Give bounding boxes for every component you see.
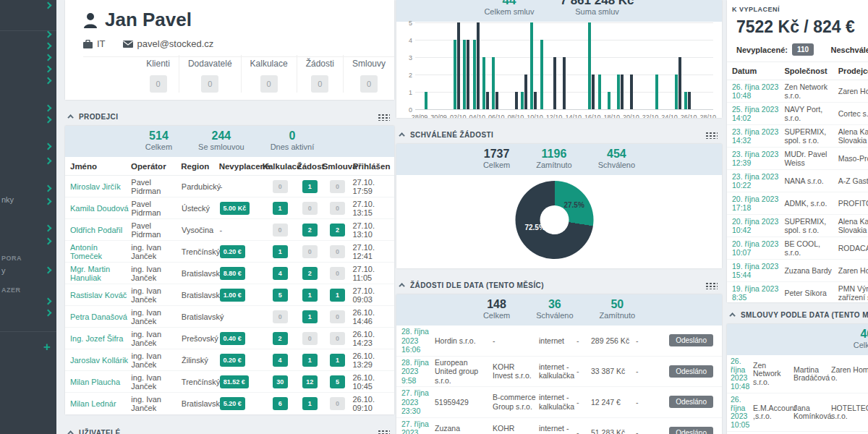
salesperson-name-link[interactable]: Oldřich Podařil bbox=[70, 226, 122, 234]
chevron-right-icon[interactable] bbox=[45, 158, 52, 165]
column-header[interactable]: Žádost bbox=[297, 162, 323, 171]
table-row[interactable]: 20. října 2023 10:42SUPERMIX, spol. s r.… bbox=[727, 215, 868, 237]
salesperson-name-link[interactable]: Kamila Doudová bbox=[70, 204, 129, 213]
date-link[interactable]: 23. října 2023 10:22 bbox=[732, 172, 778, 190]
table-row[interactable]: 19. října 2023 15:44Zuzana BardyZaren Ho… bbox=[727, 260, 868, 282]
column-header[interactable]: Datum bbox=[732, 67, 784, 75]
plus-icon[interactable]: + bbox=[43, 340, 51, 354]
table-row[interactable]: 26. října 2023 10:05E.M.Account ,s.r.o.J… bbox=[727, 393, 868, 432]
table-row[interactable]: Kamila DoudováPavel PidrmanÚstecký5.00 K… bbox=[65, 197, 394, 219]
date-link[interactable]: 27. října 2023 19:49 bbox=[401, 420, 429, 434]
column-header[interactable]: Kalkulace bbox=[263, 162, 297, 171]
chevron-right-icon[interactable] bbox=[45, 54, 52, 61]
date-link[interactable]: 23. října 2023 14:32 bbox=[732, 127, 778, 145]
chevron-right-icon[interactable] bbox=[45, 105, 52, 112]
table-row[interactable]: 26. října 2023 10:48Zen Network s.r.o.Za… bbox=[727, 80, 868, 103]
date-link[interactable]: 28. října 2023 9:58 bbox=[401, 358, 429, 385]
table-row[interactable]: 25. října 2023 14:02NAVY Port, s.r.o.Cor… bbox=[727, 103, 868, 125]
date-link[interactable]: 25. října 2023 14:02 bbox=[732, 105, 778, 122]
chevron-right-icon[interactable] bbox=[45, 198, 52, 205]
table-row[interactable]: 23. října 2023 10:22NANA s.r.o.A-Z Gastr… bbox=[727, 170, 868, 192]
table-row[interactable]: 27. října 2023 19:49Zuzana VyčichlováKOH… bbox=[396, 418, 722, 434]
salesperson-name-link[interactable]: Antonín Tomeček bbox=[70, 243, 102, 260]
salesperson-name-link[interactable]: Milan Lednár bbox=[70, 399, 116, 408]
table-row[interactable]: Mgr. Martin Hanuliaking. Ivan JančekBrat… bbox=[65, 263, 394, 284]
chevron-right-icon[interactable] bbox=[45, 66, 52, 73]
profile-tab-4[interactable]: Smlouvy0 bbox=[343, 55, 394, 93]
date-link[interactable]: 26. října 2023 10:48 bbox=[731, 357, 749, 391]
column-header[interactable]: Region bbox=[181, 162, 218, 171]
salesperson-name-link[interactable]: Milan Plaucha bbox=[70, 378, 120, 386]
column-header[interactable]: Prodejce bbox=[838, 67, 868, 75]
chevron-right-icon[interactable] bbox=[45, 298, 52, 305]
date-link[interactable]: 23. října 2023 12:39 bbox=[732, 150, 778, 167]
table-row[interactable]: 23. října 2023 14:32SUPERMIX, spol. s r.… bbox=[727, 125, 868, 148]
date-link[interactable]: 19. října 2023 15:44 bbox=[732, 262, 778, 279]
section-header-uzivatele[interactable]: UŽIVATELÉ bbox=[65, 427, 394, 434]
table-row[interactable]: Rastislav Kováčing. Ivan JančekBratislav… bbox=[65, 284, 394, 306]
chevron-right-icon[interactable] bbox=[45, 31, 52, 38]
salesperson-name-link[interactable]: Rastislav Kováč bbox=[70, 291, 127, 299]
profile-tab-2[interactable]: Kalkulace0 bbox=[241, 55, 297, 93]
date-link[interactable]: 28. října 2023 16:06 bbox=[401, 327, 429, 354]
column-header[interactable]: Operátor bbox=[131, 162, 181, 171]
date-link[interactable]: 26. října 2023 10:48 bbox=[732, 82, 778, 100]
chevron-right-icon[interactable] bbox=[45, 2, 52, 9]
date-link[interactable]: 27. října 2023 23:30 bbox=[401, 388, 429, 415]
chevron-right-icon[interactable] bbox=[45, 143, 52, 150]
salesperson-name-link[interactable]: Petra Današová bbox=[70, 312, 127, 321]
section-header-zadosti-dle-data[interactable]: ŽÁDOSTI DLE DATA (TENTO MĚSÍC) bbox=[396, 280, 722, 290]
chevron-right-icon[interactable] bbox=[45, 43, 52, 50]
grid-handle-icon[interactable] bbox=[377, 429, 390, 434]
grid-handle-icon[interactable] bbox=[705, 281, 718, 289]
profile-email[interactable]: pavel@stocked.cz bbox=[137, 38, 214, 49]
column-header[interactable]: Přihlášen bbox=[353, 162, 394, 171]
section-header-prodejci[interactable]: PRODEJCI bbox=[65, 111, 394, 122]
salesperson-name-link[interactable]: Miroslav Jirčík bbox=[70, 182, 121, 191]
column-header[interactable]: Smlouva bbox=[323, 162, 353, 171]
sidebar-item-label-partial[interactable]: nky bbox=[1, 195, 14, 204]
grid-handle-icon[interactable] bbox=[377, 113, 390, 121]
section-header-smlouvy-podle-data[interactable]: SMLOUVY PODLE DATA (TENTO MĚSÍC) bbox=[727, 310, 868, 320]
column-header[interactable]: Nevyplacené bbox=[219, 162, 263, 171]
table-row[interactable]: 20. října 2023 17:18ADMK, s.r.o.PROFITOP… bbox=[727, 192, 868, 215]
sidebar-item-label-partial[interactable]: y bbox=[1, 266, 6, 275]
table-row[interactable]: 27. října 2023 23:3051959429B-commerce G… bbox=[396, 387, 722, 418]
date-link[interactable]: 20. října 2023 17:18 bbox=[732, 195, 778, 212]
section-header-schvalene-zadosti[interactable]: SCHVÁLENÉ ŽÁDOSTI bbox=[396, 129, 722, 140]
profile-tab-0[interactable]: Klienti0 bbox=[137, 55, 179, 93]
table-row[interactable]: 28. října 2023 9:58European United group… bbox=[396, 357, 722, 388]
salesperson-name-link[interactable]: Mgr. Martin Hanuliak bbox=[70, 265, 110, 282]
table-row[interactable]: 19. října 2023 8:35Peter SíkoraPMN Výrob… bbox=[727, 282, 868, 302]
chevron-right-icon[interactable] bbox=[45, 238, 52, 245]
date-link[interactable]: 26. října 2023 10:05 bbox=[731, 395, 749, 429]
chevron-right-icon[interactable] bbox=[45, 310, 52, 317]
chevron-right-icon[interactable] bbox=[45, 225, 52, 232]
table-row[interactable]: 26. října 2023 10:48Zen Network s.r.o.Ma… bbox=[727, 355, 868, 393]
profile-tab-3[interactable]: Žádosti0 bbox=[297, 55, 343, 93]
date-link[interactable]: 20. října 2023 10:42 bbox=[732, 217, 778, 234]
table-row[interactable]: Antonín Tomečeking. Ivan JančekTrenčínsk… bbox=[65, 241, 394, 263]
chevron-right-icon[interactable] bbox=[45, 267, 52, 274]
table-row[interactable]: 20. října 2023 10:07BE COOL, s.r.o.RODAC… bbox=[727, 237, 868, 260]
table-row[interactable]: Miroslav JirčíkPavel PidrmanPardubický-0… bbox=[65, 176, 394, 197]
chevron-right-icon[interactable] bbox=[45, 185, 52, 192]
chevron-right-icon[interactable] bbox=[45, 77, 52, 85]
column-header[interactable]: Společnost bbox=[784, 67, 838, 75]
table-row[interactable]: Milan Lednáring. Ivan JančekBratislavský… bbox=[65, 393, 394, 414]
table-row[interactable]: 23. října 2023 12:39MUDr. Pavel WeissMas… bbox=[727, 148, 868, 170]
salesperson-name-link[interactable]: Ing. Jozef Šifra bbox=[70, 334, 123, 343]
salesperson-name-link[interactable]: Jaroslav Kollárik bbox=[70, 356, 128, 365]
table-row[interactable]: Ing. Jozef Šifraing. Ivan JančekPrešovsk… bbox=[65, 328, 394, 349]
table-row[interactable]: Oldřich PodařilPavel PidrmanVysočina-022… bbox=[65, 219, 394, 241]
chevron-right-icon[interactable] bbox=[45, 116, 52, 124]
column-header[interactable]: Jméno bbox=[70, 162, 131, 171]
table-row[interactable]: Jaroslav Kolláriking. Ivan JančekŽilinsk… bbox=[65, 349, 394, 371]
profile-tab-1[interactable]: Dodavatelé0 bbox=[179, 55, 241, 93]
grid-handle-icon[interactable] bbox=[705, 131, 718, 139]
table-row[interactable]: Petra Današováing. Ivan JančekBratislavs… bbox=[65, 306, 394, 328]
table-row[interactable]: 28. října 2023 16:06Hordin s.r.o.-intern… bbox=[396, 326, 722, 357]
date-link[interactable]: 20. října 2023 10:07 bbox=[732, 239, 778, 257]
table-row[interactable]: Milan Plauchaing. Ivan JančekTrenčínský8… bbox=[65, 371, 394, 393]
date-link[interactable]: 19. října 2023 8:35 bbox=[732, 284, 778, 302]
